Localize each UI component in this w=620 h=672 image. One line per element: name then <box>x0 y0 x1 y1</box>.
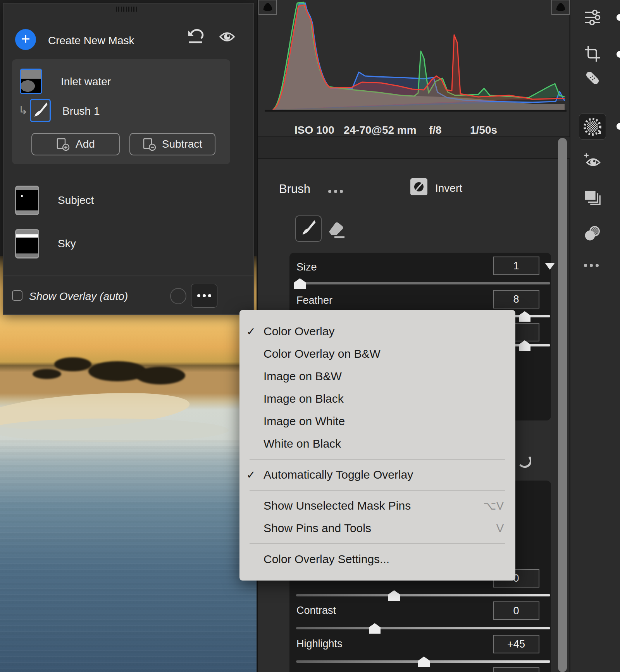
app-window: + Create New Mask Inlet water ↳ Brush 1 <box>0 0 620 672</box>
tool-strip <box>570 0 620 672</box>
edit-tool-button[interactable] <box>584 9 601 26</box>
dot <box>203 294 206 297</box>
mask-thumbnail-inlet-water[interactable] <box>20 69 42 94</box>
masks-panel-title: Create New Mask <box>48 34 134 47</box>
subtract-button[interactable]: Subtract <box>129 133 215 155</box>
mask-label[interactable]: Sky <box>58 238 76 250</box>
remove-blend-button[interactable] <box>584 225 601 243</box>
menu-item-image-on-bw[interactable]: Image on B&W <box>239 365 515 388</box>
mask-thumbnail-sky[interactable] <box>15 229 39 258</box>
masks-panel: + Create New Mask Inlet water ↳ Brush 1 <box>3 3 254 315</box>
menu-item-label: Image on Black <box>264 392 344 405</box>
menu-item-automatically-toggle-overlay[interactable]: ✓ Automatically Toggle Overlay <box>239 464 515 486</box>
menu-item-image-on-black[interactable]: Image on Black <box>239 388 515 410</box>
presets-button[interactable] <box>584 189 601 207</box>
eraser-icon <box>326 219 346 239</box>
eye-icon[interactable] <box>219 31 235 43</box>
shadow-clipping-indicator[interactable] <box>258 0 277 15</box>
size-slider[interactable] <box>296 282 550 284</box>
overlay-color-swatch[interactable] <box>170 288 186 304</box>
contrast-slider-thumb[interactable] <box>369 623 381 634</box>
red-eye-tool-button[interactable] <box>584 151 601 169</box>
crop-tool-button[interactable] <box>584 45 601 63</box>
mask-thumbnail-subject[interactable] <box>15 186 39 215</box>
contrast-value[interactable]: 0 <box>493 601 539 620</box>
brush-icon <box>31 100 49 121</box>
menu-item-label: Image on White <box>264 415 345 428</box>
healing-tool-button[interactable] <box>584 69 601 87</box>
contrast-slider[interactable] <box>296 627 550 629</box>
eraser-tool-button[interactable] <box>326 219 346 240</box>
exif-iso: ISO 100 <box>294 124 334 136</box>
size-label: Size <box>296 261 317 273</box>
exposure-slider-thumb[interactable] <box>388 590 400 601</box>
feather-value[interactable]: 8 <box>493 290 539 308</box>
show-overlay-checkbox[interactable] <box>12 290 22 301</box>
red-eye-icon <box>584 151 601 169</box>
undo-icon[interactable] <box>186 28 205 46</box>
invert-icon <box>412 180 425 193</box>
brush-tool-button[interactable] <box>295 215 322 242</box>
overlap-circles-icon <box>584 224 601 243</box>
size-dropdown-arrow[interactable] <box>545 263 555 270</box>
mask-label[interactable]: Brush 1 <box>62 105 100 117</box>
highlight-clip-icon <box>554 0 567 14</box>
menu-item-white-on-black[interactable]: White on Black <box>239 432 515 455</box>
histogram[interactable] <box>261 0 567 112</box>
menu-separator <box>250 543 505 544</box>
shadows-value[interactable] <box>493 667 539 672</box>
brush-options-icon[interactable] <box>328 188 346 195</box>
flow-slider-thumb[interactable] <box>519 340 530 351</box>
highlights-value[interactable]: +45 <box>493 635 539 653</box>
dot <box>197 294 200 297</box>
menu-item-show-pins-and-tools[interactable]: Show Pins and Tools V <box>239 517 515 539</box>
feather-slider-thumb[interactable] <box>519 311 530 322</box>
menu-item-color-overlay-settings[interactable]: Color Overlay Settings... <box>239 548 515 570</box>
exif-lens: 24-70@52 mm <box>344 124 417 136</box>
vegetation-silhouette <box>33 369 61 379</box>
menu-item-show-unselected-mask-pins[interactable]: Show Unselected Mask Pins ⌥V <box>239 495 515 517</box>
menu-item-label: Color Overlay on B&W <box>264 347 381 360</box>
vegetation-silhouette <box>136 367 185 384</box>
panel-divider <box>3 276 253 276</box>
brush-icon <box>299 219 318 238</box>
highlights-slider-thumb[interactable] <box>418 656 430 667</box>
invert-toggle[interactable] <box>410 178 427 195</box>
size-value[interactable]: 1 <box>493 257 539 275</box>
menu-item-label: Show Pins and Tools <box>264 522 371 535</box>
vegetation-silhouette <box>54 357 91 371</box>
show-overlay-label: Show Overlay (auto) <box>29 290 128 303</box>
wet-sand <box>0 419 229 442</box>
subtract-mask-icon <box>143 138 157 151</box>
invert-label: Invert <box>435 182 462 195</box>
menu-item-color-overlay-on-bw[interactable]: Color Overlay on B&W <box>239 343 515 365</box>
exif-shutter: 1/50s <box>470 124 497 136</box>
mask-label[interactable]: Inlet water <box>61 76 111 88</box>
exposure-slider[interactable] <box>296 594 550 596</box>
size-slider-thumb[interactable] <box>294 278 306 289</box>
mask-label[interactable]: Subject <box>58 194 94 207</box>
menu-item-label: White on Black <box>264 437 341 450</box>
menu-separator <box>250 459 505 460</box>
overlay-options-button[interactable] <box>191 284 217 308</box>
create-new-mask-button[interactable]: + <box>15 29 36 50</box>
menu-item-color-overlay[interactable]: ✓ Color Overlay <box>239 320 515 343</box>
reset-arrow-icon[interactable] <box>516 451 531 470</box>
panel-drag-handle-top[interactable] <box>116 7 138 12</box>
masking-tool-button[interactable] <box>579 114 606 140</box>
mask-thumbnail-brush[interactable] <box>30 99 51 122</box>
panel-scrollbar[interactable] <box>558 138 567 672</box>
layers-icon <box>584 189 601 207</box>
checkmark-icon: ✓ <box>246 469 264 481</box>
more-tools-icon[interactable] <box>584 257 601 274</box>
highlight-clipping-indicator[interactable] <box>551 0 570 15</box>
menu-separator <box>250 490 505 491</box>
section-gap <box>258 137 570 158</box>
dot <box>208 294 211 297</box>
menu-item-image-on-white[interactable]: Image on White <box>239 410 515 432</box>
bandaid-icon <box>584 68 601 88</box>
photo-canvas[interactable] <box>0 256 257 672</box>
add-button[interactable]: Add <box>31 133 120 155</box>
exif-aperture: f/8 <box>429 124 442 136</box>
masking-icon <box>582 117 603 137</box>
